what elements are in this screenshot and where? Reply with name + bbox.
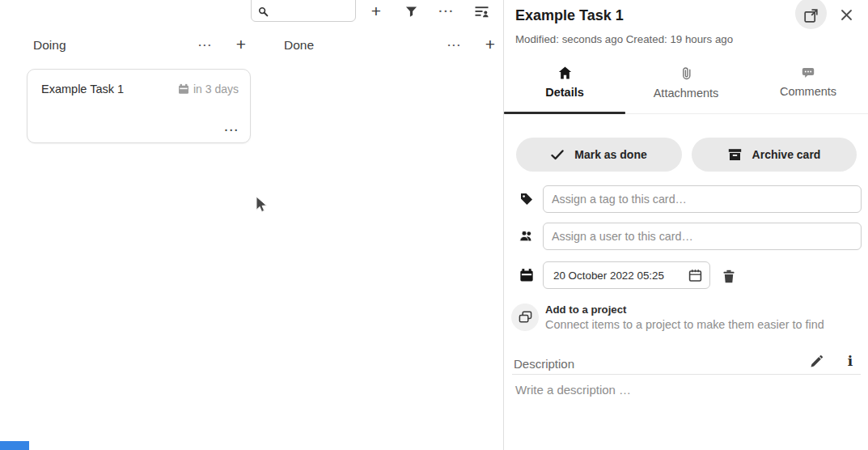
projects-icon (519, 311, 532, 324)
more-dots-icon: ··· (447, 41, 462, 49)
accent-corner-bar (0, 441, 29, 450)
paperclip-icon (681, 66, 692, 80)
tab-attachments-label: Attachments (654, 87, 719, 100)
card-detail-panel: Example Task 1 Modified: seconds ago Cre… (503, 0, 868, 450)
add-to-project-title: Add to a project (545, 304, 626, 316)
column-done-add-button[interactable]: + (481, 36, 500, 53)
plus-icon: + (485, 36, 495, 53)
assign-tag-input[interactable] (543, 185, 862, 213)
description-placeholder[interactable]: Write a description … (515, 383, 631, 397)
tab-details[interactable]: Details (504, 66, 625, 113)
tag-icon (519, 192, 534, 206)
check-icon (551, 150, 564, 160)
search-input[interactable] (271, 1, 352, 19)
add-card-button[interactable]: + (367, 2, 385, 20)
card-due-label: in 3 days (193, 83, 239, 96)
search-input-wrapper[interactable] (251, 0, 356, 22)
assign-user-input[interactable] (543, 223, 862, 250)
column-title-done: Done (284, 38, 314, 53)
tab-attachments[interactable]: Attachments (625, 66, 747, 113)
more-dots-icon: ··· (225, 126, 240, 134)
calendar-icon (519, 268, 534, 282)
due-date-field[interactable]: 20 October 2022 05:25 (543, 261, 710, 289)
add-to-project-subtitle: Connect items to a project to make them … (545, 318, 824, 331)
plus-icon: + (371, 3, 381, 19)
more-dots-icon: ··· (198, 41, 213, 49)
column-done-more-button[interactable]: ··· (445, 36, 464, 54)
tab-details-label: Details (545, 86, 584, 99)
description-label: Description (514, 357, 574, 371)
close-icon[interactable] (837, 6, 855, 23)
edit-description-button[interactable] (807, 353, 825, 371)
external-link-icon (804, 9, 818, 23)
tab-comments-label: Comments (780, 85, 836, 98)
archive-box-icon (728, 148, 742, 161)
tab-comments[interactable]: Comments (747, 66, 868, 113)
card-title: Example Task 1 (41, 83, 124, 96)
calendar-icon (178, 83, 189, 95)
filter-funnel-icon (405, 6, 417, 18)
board-options-button[interactable] (472, 2, 490, 20)
add-to-project-button[interactable] (511, 304, 539, 331)
column-doing-add-button[interactable]: + (231, 36, 251, 53)
info-icon[interactable]: i (841, 351, 859, 371)
delete-due-date-button[interactable] (719, 266, 739, 286)
description-divider (512, 374, 861, 375)
app-window: + ··· Doing ··· + Done (0, 0, 868, 450)
mouse-cursor (256, 196, 269, 214)
home-icon (558, 66, 572, 79)
users-icon (519, 230, 534, 244)
mark-as-done-label: Mark as done (574, 148, 646, 161)
panel-title: Example Task 1 (515, 7, 624, 24)
card-more-button[interactable]: ··· (225, 126, 240, 134)
archive-card-button[interactable]: Archive card (692, 138, 857, 172)
search-icon (258, 6, 269, 17)
active-tab-underline (504, 112, 625, 114)
filter-button[interactable] (402, 2, 420, 20)
archive-card-label: Archive card (752, 148, 821, 161)
due-date-value: 20 October 2022 05:25 (553, 270, 664, 282)
column-title-doing: Doing (33, 38, 66, 53)
board-more-button[interactable]: ··· (438, 2, 455, 20)
more-dots-icon: ··· (438, 7, 455, 15)
pencil-icon (810, 355, 823, 368)
mark-as-done-button[interactable]: Mark as done (516, 138, 682, 172)
card-due-date: in 3 days (178, 83, 239, 96)
popout-button[interactable] (795, 0, 827, 29)
plus-icon: + (236, 36, 246, 53)
calendar-picker-icon[interactable] (688, 269, 702, 282)
comment-bubble-icon (802, 66, 815, 79)
kanban-board: + ··· Doing ··· + Done (0, 0, 503, 450)
panel-meta: Modified: seconds ago Created: 19 hours … (515, 33, 733, 45)
column-doing-more-button[interactable]: ··· (196, 36, 215, 54)
list-user-icon (475, 6, 489, 18)
task-card[interactable]: Example Task 1 in 3 days ··· (27, 69, 251, 143)
trash-icon (722, 270, 735, 283)
